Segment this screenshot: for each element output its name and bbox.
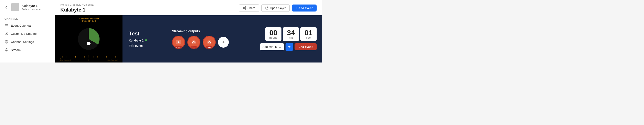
timescale-label-left: -1	[60, 58, 62, 59]
timescale-sublabel-center: 0	[88, 59, 89, 61]
switch-channel-link[interactable]: Switch channel	[22, 8, 41, 11]
svg-point-9	[87, 42, 90, 45]
sidebar-item-event-calendar[interactable]: Event Calendar	[2, 22, 53, 30]
timer-section: 00 HOURS 34 MIN 01 SEC Add min 5	[233, 15, 322, 63]
channel-name: Kulabyte 1	[22, 4, 41, 8]
timescale-sublabel-right: 10ths of a second	[107, 59, 117, 61]
timer-sec-value: 01	[304, 29, 312, 36]
timescale-sublabel-left: 10ths of a second	[60, 59, 71, 61]
stream-icon	[4, 48, 8, 52]
svg-point-5	[245, 7, 246, 8]
sidebar-item-label: Event Calendar	[11, 24, 32, 27]
timer-sec-label: SEC	[306, 37, 311, 39]
event-name: Test	[129, 31, 161, 37]
external-link-icon	[265, 6, 269, 10]
sidebar: Kulabyte 1 Switch channel CHANNEL	[0, 0, 55, 63]
channel-avatar	[11, 3, 19, 11]
breadcrumb-section: Home / Channels / Calendar Kulabyte 1	[60, 3, 94, 13]
add-min-box: Add min 5 ▲ ▼	[260, 43, 284, 50]
timer-hours-value: 00	[269, 29, 278, 36]
open-player-button[interactable]: Open player	[262, 4, 290, 12]
add-min-plus-button[interactable]: +	[286, 43, 293, 51]
gear-icon	[4, 40, 8, 44]
wand-icon	[4, 32, 8, 36]
sidebar-header: Kulabyte 1 Switch channel	[0, 0, 55, 14]
timer-display: 00 HOURS 34 MIN 01 SEC	[265, 27, 316, 41]
svg-point-25	[192, 40, 196, 44]
event-channel-link[interactable]: Kulabyte 1	[129, 39, 161, 42]
timer-sec-block: 01 SEC	[300, 27, 316, 41]
timer-hours-label: HOURS	[269, 37, 278, 39]
preview-chart	[76, 27, 101, 51]
top-actions: Share Open player + Add event	[239, 4, 316, 12]
streaming-outputs-label: Streaming outputs	[172, 29, 229, 33]
stepper-up-button[interactable]: ▲	[278, 45, 282, 47]
output-2-button[interactable]: LIVE	[187, 36, 200, 49]
output-icons: LIVE	[172, 36, 229, 49]
output-3-button[interactable]: LIVE	[203, 36, 216, 49]
stepper-down-button[interactable]: ▼	[278, 47, 282, 49]
live-badge-3: LIVE	[206, 46, 212, 49]
svg-point-6	[243, 8, 244, 9]
svg-point-3	[6, 49, 7, 51]
preview-title: Audio/Video Sync Test Created by DJO	[78, 18, 99, 22]
timer-min-block: 34 MIN	[283, 27, 299, 41]
streaming-outputs: Streaming outputs LIVE	[168, 15, 233, 63]
breadcrumb: Home / Channels / Calendar	[60, 3, 94, 6]
timer-controls: Add min 5 ▲ ▼ + End event	[260, 43, 316, 51]
share-output-icon	[191, 39, 197, 45]
sidebar-item-label: Channel Settings	[11, 40, 34, 44]
event-info: Test Kulabyte 1 Edit event	[122, 15, 168, 63]
edit-event-link[interactable]: Edit event	[129, 44, 161, 48]
svg-point-4	[5, 49, 8, 51]
min-stepper: ▲ ▼	[278, 45, 282, 49]
page-title: Kulabyte 1	[60, 7, 94, 13]
share-output-icon-2	[206, 39, 212, 45]
output-3-wrapper: LIVE	[203, 36, 216, 49]
add-output-button[interactable]: +	[218, 37, 229, 48]
output-1-wrapper: LIVE	[172, 36, 185, 49]
sidebar-item-stream[interactable]: Stream	[2, 46, 53, 54]
end-event-button[interactable]: End event	[294, 43, 316, 50]
channel-info: Kulabyte 1 Switch channel	[22, 4, 41, 11]
event-panel: Audio/Video Sync Test Created by DJO	[55, 15, 322, 63]
sidebar-item-channel-settings[interactable]: Channel Settings	[2, 38, 53, 46]
preview-section: Audio/Video Sync Test Created by DJO	[55, 15, 122, 63]
svg-point-31	[207, 40, 212, 44]
online-indicator	[145, 39, 147, 41]
timer-hours-block: 00 HOURS	[265, 27, 282, 41]
output-2-wrapper: LIVE	[187, 36, 200, 49]
svg-rect-0	[5, 24, 8, 27]
calendar-icon	[4, 24, 8, 28]
sidebar-item-label: Customize Channel	[11, 32, 38, 35]
sidebar-item-label: Stream	[11, 48, 21, 52]
channel-section-label: CHANNEL	[0, 14, 55, 22]
main-content: Home / Channels / Calendar Kulabyte 1 Sh…	[55, 0, 322, 63]
sidebar-item-customize-channel[interactable]: Customize Channel	[2, 30, 53, 38]
timer-min-label: MIN	[289, 37, 293, 39]
sidebar-nav: Event Calendar Customize Channel	[0, 22, 55, 54]
top-bar: Home / Channels / Calendar Kulabyte 1 Sh…	[55, 0, 322, 15]
add-event-button[interactable]: + Add event	[292, 5, 316, 12]
tick-marks	[60, 54, 118, 58]
output-1-button[interactable]: LIVE	[172, 36, 185, 49]
live-badge-2: LIVE	[190, 46, 197, 49]
play-icon	[176, 39, 182, 45]
svg-point-7	[245, 9, 246, 10]
preview-inner: Audio/Video Sync Test Created by DJO	[55, 15, 122, 63]
share-button[interactable]: Share	[239, 4, 259, 12]
add-min-label: Add min	[262, 45, 273, 49]
back-button[interactable]	[4, 5, 9, 10]
live-badge-1: LIVE	[175, 46, 182, 49]
share-icon	[243, 6, 246, 10]
timer-min-value: 34	[287, 29, 295, 36]
add-min-value: 5	[275, 45, 277, 49]
svg-point-2	[6, 41, 7, 42]
timescale-label-right: 1	[117, 58, 118, 59]
